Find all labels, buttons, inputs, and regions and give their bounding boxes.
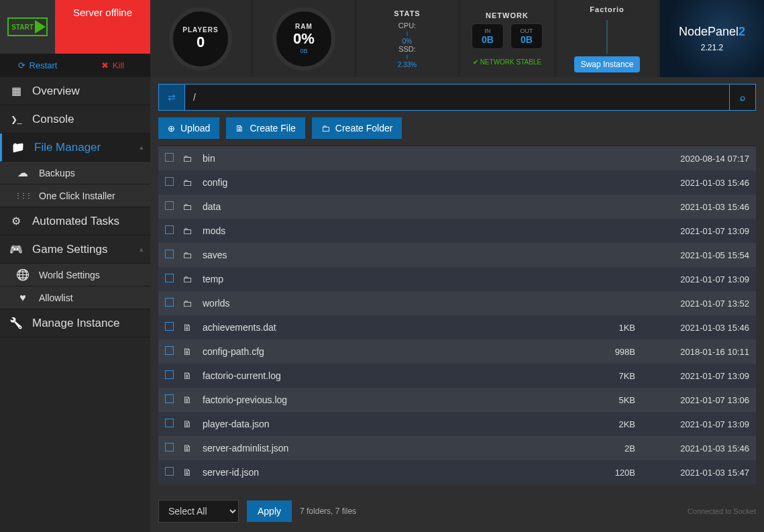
file-size: 120B	[555, 468, 635, 478]
row-checkbox[interactable]	[165, 346, 182, 357]
file-icon	[182, 370, 203, 381]
search-icon	[740, 92, 745, 103]
nav-manage-instance[interactable]: Manage Instance	[0, 309, 150, 337]
folder-icon	[182, 201, 203, 212]
path-input[interactable]	[185, 84, 729, 111]
file-row[interactable]: achievements.dat1KB2021-01-03 15:46	[158, 315, 756, 339]
grid-icon	[9, 85, 23, 98]
file-row[interactable]: bin2020-08-14 07:17	[158, 146, 756, 170]
file-name: temp	[203, 274, 555, 284]
globe-icon	[16, 268, 30, 282]
file-date: 2021-01-07 13:09	[635, 226, 749, 236]
file-size: 1KB	[555, 323, 635, 333]
file-name: config	[203, 177, 555, 188]
apply-button[interactable]: Apply	[247, 500, 292, 522]
swap-icon	[168, 92, 176, 103]
file-date: 2021-01-03 15:46	[635, 178, 749, 188]
file-row[interactable]: worlds2021-01-07 13:52	[158, 291, 756, 315]
row-checkbox[interactable]	[165, 322, 182, 333]
row-checkbox[interactable]	[165, 298, 182, 309]
game-card: Factorio Swap Instance	[557, 0, 657, 77]
file-date: 2021-01-07 13:09	[635, 419, 749, 429]
file-date: 2020-08-14 07:17	[635, 154, 749, 164]
file-date: 2021-01-07 13:09	[635, 274, 749, 284]
terminal-icon	[9, 113, 23, 126]
file-row[interactable]: mods2021-01-07 13:09	[158, 219, 756, 243]
file-row[interactable]: saves2021-01-05 15:54	[158, 243, 756, 267]
row-checkbox[interactable]	[165, 177, 182, 188]
stats-card: STATS CPU: 0% SSD: 2.33%	[357, 0, 457, 77]
top-bar: START Server offline Restart Kill PLAYER…	[0, 0, 764, 77]
file-size: 5KB	[555, 395, 635, 405]
file-name: player-data.json	[203, 419, 555, 429]
create-folder-button[interactable]: Create Folder	[312, 117, 402, 139]
row-checkbox[interactable]	[165, 250, 182, 260]
row-checkbox[interactable]	[165, 225, 182, 236]
row-checkbox[interactable]	[165, 394, 182, 405]
nav-file-manager[interactable]: File Manager▴	[0, 134, 150, 162]
file-row[interactable]: player-data.json2KB2021-01-07 13:09	[158, 412, 756, 436]
file-row[interactable]: data2021-01-03 15:46	[158, 195, 756, 219]
nav-world-settings[interactable]: World Settings	[0, 264, 150, 286]
chevron-up-icon: ▴	[140, 245, 144, 254]
upload-button[interactable]: Upload	[158, 117, 219, 139]
folder-icon	[182, 250, 203, 260]
file-row[interactable]: factorio-current.log7KB2021-01-07 13:09	[158, 364, 756, 388]
row-checkbox[interactable]	[165, 443, 182, 454]
nav-one-click[interactable]: One Click Installer	[0, 184, 150, 207]
file-date: 2021-01-07 13:09	[635, 371, 749, 381]
file-date: 2018-01-16 10:11	[635, 347, 749, 357]
start-button[interactable]: START	[0, 0, 55, 54]
file-date: 2021-01-05 15:54	[635, 250, 749, 260]
game-preview	[606, 20, 608, 54]
file-row[interactable]: factorio-previous.log5KB2021-01-07 13:06	[158, 388, 756, 412]
swap-instance-button[interactable]: Swap Instance	[574, 56, 641, 72]
row-checkbox[interactable]	[165, 370, 182, 381]
heart-icon	[16, 291, 30, 305]
folder-icon	[182, 153, 203, 164]
create-file-button[interactable]: Create File	[226, 117, 305, 139]
file-row[interactable]: config-path.cfg998B2018-01-16 10:11	[158, 339, 756, 364]
file-date: 2021-01-07 13:52	[635, 299, 749, 309]
file-icon	[182, 322, 203, 333]
file-icon	[182, 443, 203, 454]
nav-overview[interactable]: Overview	[0, 77, 150, 105]
folder-icon	[182, 177, 203, 188]
select-all-dropdown[interactable]: Select All	[158, 500, 239, 523]
file-row[interactable]: config2021-01-03 15:46	[158, 170, 756, 195]
path-sync-button[interactable]	[158, 84, 185, 111]
file-name: bin	[203, 153, 555, 164]
x-icon	[101, 60, 109, 70]
upload-icon	[168, 123, 175, 134]
file-row[interactable]: server-id.json120B2021-01-03 15:47	[158, 460, 756, 484]
file-name: achievements.dat	[203, 322, 555, 333]
row-checkbox[interactable]	[165, 201, 182, 212]
row-checkbox[interactable]	[165, 274, 182, 284]
folder-icon	[11, 141, 25, 154]
restart-button[interactable]: Restart	[0, 54, 75, 77]
file-name: factorio-current.log	[203, 370, 555, 381]
ram-gauge: RAM0%0B	[254, 0, 354, 77]
nav-console[interactable]: Console	[0, 105, 150, 134]
row-checkbox[interactable]	[165, 419, 182, 429]
socket-status: Connected to Socket	[688, 507, 756, 515]
row-checkbox[interactable]	[165, 153, 182, 164]
file-row[interactable]: temp2021-01-07 13:09	[158, 267, 756, 291]
row-checkbox[interactable]	[165, 467, 182, 478]
nav-allowlist[interactable]: Allowlist	[0, 286, 150, 309]
nav-automated-tasks[interactable]: Automated Tasks	[0, 207, 150, 235]
network-card: NETWORK IN0B OUT0B NETWORK STABLE	[460, 0, 554, 77]
nav-game-settings[interactable]: Game Settings▴	[0, 235, 150, 264]
kill-button[interactable]: Kill	[75, 54, 150, 77]
content: Upload Create File Create Folder bin2020…	[150, 77, 764, 532]
file-summary: 7 folders, 7 files	[300, 507, 356, 516]
path-bar	[158, 84, 756, 111]
nav-backups[interactable]: Backups	[0, 162, 150, 184]
file-size: 7KB	[555, 371, 635, 381]
search-button[interactable]	[729, 84, 756, 111]
file-size: 2B	[555, 443, 635, 454]
file-icon	[182, 346, 203, 357]
file-name: config-path.cfg	[203, 346, 555, 357]
file-date: 2021-01-03 15:46	[635, 323, 749, 333]
file-row[interactable]: server-adminlist.json2B2021-01-03 15:46	[158, 436, 756, 460]
